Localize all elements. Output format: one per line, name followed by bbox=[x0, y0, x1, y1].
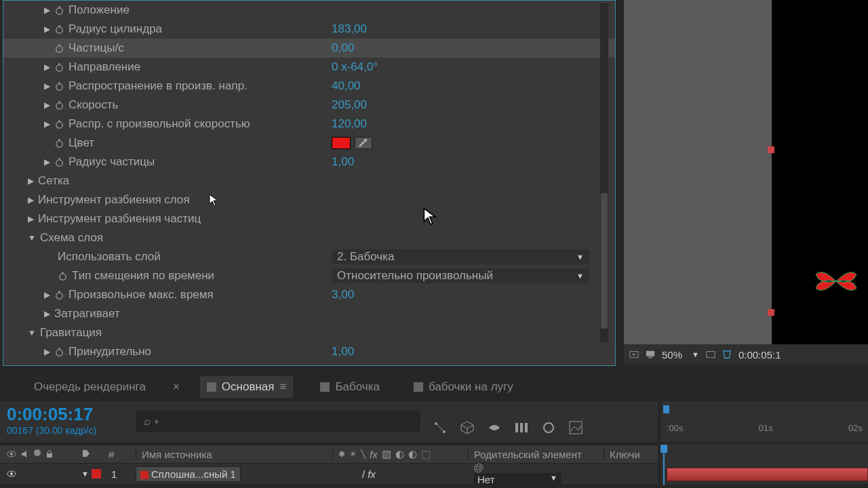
stopwatch-icon[interactable] bbox=[54, 138, 64, 148]
tab-render-queue[interactable]: Очередь рендеринга bbox=[27, 376, 153, 398]
zoom-level[interactable]: 50% bbox=[662, 349, 682, 361]
viewer-timecode[interactable]: 0:00:05:1 bbox=[738, 349, 781, 361]
svg-rect-34 bbox=[525, 423, 528, 432]
twirl-icon[interactable]: ▶ bbox=[44, 309, 50, 319]
twirl-icon[interactable]: ▼ bbox=[28, 328, 36, 338]
time-offset-dropdown[interactable]: Относительно произвольный▼ bbox=[332, 268, 589, 283]
svg-point-10 bbox=[56, 102, 62, 108]
svg-point-38 bbox=[10, 453, 13, 455]
3d-icon[interactable] bbox=[460, 420, 475, 435]
twirl-icon[interactable]: ▶ bbox=[44, 100, 50, 110]
lock-column-icon[interactable] bbox=[45, 449, 54, 459]
scrollbar[interactable] bbox=[600, 3, 608, 342]
transform-handle[interactable] bbox=[768, 309, 774, 316]
timeline-tracks[interactable] bbox=[661, 445, 868, 484]
chevron-down-icon[interactable]: ▼ bbox=[692, 350, 699, 359]
stopwatch-icon[interactable] bbox=[54, 347, 64, 357]
label-color[interactable] bbox=[92, 469, 101, 479]
svg-point-2 bbox=[56, 26, 62, 33]
parent-dropdown[interactable]: Нет▼ bbox=[473, 473, 561, 486]
svg-rect-18 bbox=[59, 157, 60, 159]
prop-value[interactable]: 120,00 bbox=[332, 117, 367, 131]
prop-value[interactable]: 1,00 bbox=[332, 155, 354, 169]
prop-value[interactable]: 1,00 bbox=[332, 345, 354, 359]
layer-name[interactable]: Сплошна...сный 1 bbox=[136, 466, 241, 482]
twirl-icon[interactable]: ▶ bbox=[28, 214, 34, 224]
prop-value[interactable]: 0 x-64,0° bbox=[332, 60, 378, 74]
preview-icon[interactable] bbox=[629, 350, 639, 359]
graph-icon[interactable] bbox=[433, 420, 448, 435]
effect-controls-panel: ▶ Положение ▶ Радиус цилиндра 183,00 ▶ Ч… bbox=[3, 0, 616, 366]
stopwatch-icon[interactable] bbox=[54, 100, 64, 110]
twirl-icon[interactable]: ▶ bbox=[44, 347, 50, 357]
twirl-icon[interactable]: ▶ bbox=[28, 195, 34, 205]
layer-row[interactable]: ▼ 1 Сплошна...сный 1 / fx @ Нет▼ bbox=[0, 464, 658, 484]
time-ruler[interactable]: :00s 01s 02s bbox=[661, 401, 868, 442]
shy-icon[interactable] bbox=[487, 420, 502, 435]
stopwatch-icon[interactable] bbox=[54, 24, 64, 35]
stopwatch-icon[interactable] bbox=[54, 157, 64, 167]
playhead[interactable] bbox=[663, 445, 665, 485]
stopwatch-icon[interactable] bbox=[54, 81, 64, 92]
prop-value[interactable]: 3,00 bbox=[332, 288, 354, 302]
eye-icon[interactable] bbox=[7, 469, 16, 479]
layer-name-cell: Сплошна...сный 1 bbox=[136, 466, 332, 482]
graph-editor-icon[interactable] bbox=[568, 420, 583, 435]
frame-blend-icon[interactable] bbox=[514, 420, 529, 435]
mask-icon[interactable] bbox=[722, 350, 732, 359]
prop-label: Принудительно bbox=[68, 345, 151, 359]
current-timecode[interactable]: 0:00:05:17 bbox=[7, 404, 129, 425]
pickwhip-icon[interactable]: @ bbox=[473, 462, 484, 473]
prop-value[interactable]: 183,00 bbox=[332, 22, 367, 36]
monitor-icon[interactable] bbox=[646, 350, 655, 359]
stopwatch-icon[interactable] bbox=[54, 119, 64, 129]
eyedropper-icon[interactable] bbox=[355, 137, 372, 149]
stopwatch-icon[interactable] bbox=[54, 5, 64, 16]
menu-icon[interactable]: ≡ bbox=[279, 380, 286, 394]
prop-label: Направление bbox=[68, 60, 140, 74]
tab-butterfly[interactable]: Бабочка bbox=[313, 376, 387, 398]
prop-value[interactable]: 40,00 bbox=[332, 79, 361, 93]
svg-rect-3 bbox=[59, 24, 60, 26]
stopwatch-icon[interactable] bbox=[54, 62, 64, 73]
eye-column-icon[interactable] bbox=[7, 449, 16, 459]
playhead-marker[interactable] bbox=[663, 405, 669, 413]
twirl-icon[interactable]: ▶ bbox=[44, 119, 50, 129]
prop-value[interactable]: 0,00 bbox=[332, 41, 354, 55]
twirl-icon[interactable]: ▶ bbox=[44, 290, 50, 300]
prop-value[interactable]: 205,00 bbox=[332, 98, 367, 112]
layer-bar[interactable] bbox=[667, 468, 868, 481]
audio-column-icon[interactable] bbox=[20, 449, 30, 459]
label-column-icon[interactable] bbox=[81, 449, 91, 458]
ruler-tick: 01s bbox=[759, 423, 773, 433]
tab-main[interactable]: Основная≡ bbox=[200, 376, 294, 398]
twirl-icon[interactable]: ▶ bbox=[44, 62, 50, 72]
twirl-icon[interactable]: ▼ bbox=[81, 470, 89, 478]
solo-column-icon[interactable] bbox=[34, 449, 41, 456]
twirl-icon[interactable]: ▶ bbox=[44, 157, 50, 167]
close-icon[interactable]: × bbox=[173, 380, 180, 394]
fx-badge[interactable]: fx bbox=[368, 468, 376, 480]
twirl-icon[interactable]: ▶ bbox=[44, 24, 50, 34]
twirl-icon[interactable]: ▶ bbox=[28, 176, 34, 186]
layer-search[interactable]: ⌕ ▼ bbox=[136, 411, 420, 432]
color-swatch[interactable] bbox=[332, 137, 351, 149]
twirl-icon[interactable]: ▶ bbox=[44, 5, 50, 15]
use-layer-dropdown[interactable]: 2. Бабочка▼ bbox=[332, 249, 589, 264]
twirl-icon[interactable]: ▼ bbox=[28, 233, 36, 243]
prop-label: Цвет bbox=[68, 136, 94, 150]
stopwatch-icon[interactable] bbox=[58, 271, 68, 281]
svg-point-21 bbox=[56, 292, 62, 298]
scrollbar-thumb[interactable] bbox=[601, 193, 608, 329]
transform-handle[interactable] bbox=[768, 146, 774, 153]
resolution-icon[interactable] bbox=[706, 350, 715, 359]
stopwatch-icon[interactable] bbox=[54, 290, 64, 300]
motion-blur-icon[interactable] bbox=[541, 420, 556, 435]
chevron-down-icon: ▼ bbox=[576, 272, 584, 280]
tab-meadow[interactable]: бабочки на лугу bbox=[407, 376, 520, 398]
twirl-icon[interactable]: ▶ bbox=[44, 81, 50, 91]
stopwatch-icon[interactable] bbox=[54, 43, 64, 54]
sourcename-column[interactable]: Имя источника bbox=[136, 449, 332, 460]
svg-rect-9 bbox=[59, 81, 60, 83]
chevron-down-icon: ▼ bbox=[153, 418, 160, 426]
